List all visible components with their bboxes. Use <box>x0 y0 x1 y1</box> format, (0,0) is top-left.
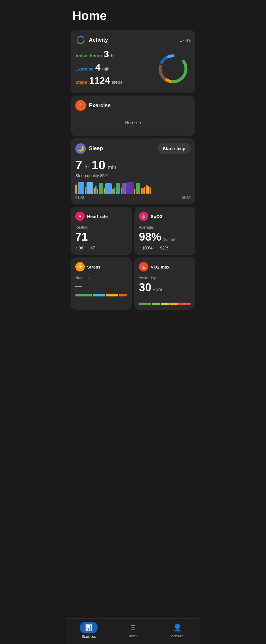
active-hours-unit: hr <box>111 53 115 58</box>
exercise-no-data: No data <box>75 114 191 131</box>
spo2-max: ↑ 100% <box>139 246 153 250</box>
exercise-value: 4 <box>95 62 101 73</box>
sleep-header: 🌙 Sleep Start sleep <box>75 143 191 154</box>
spo2-max-value: 100% <box>142 246 153 250</box>
spo2-value: 98% <box>139 231 161 243</box>
stress-bar <box>75 294 127 296</box>
stress-vo2-row: ⟳ Stress No data — 🔥 VO2 max Yesterday <box>71 257 195 310</box>
spo2-header: 💧 SpO2 <box>139 212 191 221</box>
spo2-down-arrow-icon: ↓ <box>157 246 159 250</box>
stress-title: Stress <box>87 264 101 269</box>
stress-card[interactable]: ⟳ Stress No data — <box>71 257 132 310</box>
sleep-hours: 7 <box>75 158 82 172</box>
steps-label: Steps <box>75 80 87 85</box>
up-arrow-icon: ↑ <box>75 246 77 250</box>
sleep-times: 01:28 08:39 <box>75 196 191 200</box>
down-arrow-icon: ↓ <box>87 246 89 250</box>
sleep-card[interactable]: 🌙 Sleep Start sleep 7 hr 10 min Sleep qu… <box>71 138 195 204</box>
vo2-value-row: 30 Poor <box>139 281 191 294</box>
sleep-hr-unit: hr <box>84 165 89 171</box>
active-hours-row: Active hours 3 hr <box>75 49 155 60</box>
page-title: Home <box>66 0 200 28</box>
sleep-end-time: 08:39 <box>182 196 191 200</box>
page: Home Activity 17:49 Active hours <box>66 0 200 338</box>
exercise-unit: min <box>102 66 109 71</box>
spo2-min: ↓ 92% <box>157 246 168 250</box>
heart-rate-title: Heart rate <box>87 214 108 219</box>
vo2-value: 30 <box>139 281 151 294</box>
spo2-badge: Normal <box>162 237 175 242</box>
sleep-title: Sleep <box>89 145 103 152</box>
exercise-row: Exercise 4 min <box>75 62 155 73</box>
vo2-sub: Yesterday <box>139 276 191 280</box>
sleep-minutes: 10 <box>92 158 105 172</box>
activity-header-left: Activity <box>75 35 108 45</box>
stress-icon: ⟳ <box>75 262 85 271</box>
exercise-icon: 🏃 <box>75 100 86 111</box>
sleep-min-unit: min <box>108 165 116 171</box>
steps-value: 1124 <box>89 75 110 86</box>
sleep-icon: 🌙 <box>75 143 86 154</box>
stress-header: ⟳ Stress <box>75 262 127 271</box>
spo2-title: SpO2 <box>151 214 162 219</box>
sleep-quality: Sleep quality 85% <box>75 173 191 178</box>
active-hours-label: Active hours <box>75 53 102 58</box>
heart-rate-min: ↓ 47 <box>87 246 95 250</box>
exercise-label: Exercise <box>75 66 94 71</box>
active-hours-value: 3 <box>104 49 109 60</box>
stress-dash: — <box>75 282 127 290</box>
activity-card[interactable]: Activity 17:49 Active hours 3 hr Exercis… <box>71 30 195 93</box>
vo2-badge: Poor <box>152 287 162 292</box>
activity-time: 17:49 <box>179 38 191 43</box>
activity-metrics: Active hours 3 hr Exercise 4 min Steps 1… <box>75 49 155 88</box>
activity-content: Active hours 3 hr Exercise 4 min Steps 1… <box>75 49 191 88</box>
activity-donut <box>155 51 191 86</box>
vo2-card[interactable]: 🔥 VO2 max Yesterday 30 Poor <box>134 257 195 310</box>
activity-icon <box>75 35 86 45</box>
vo2-bar <box>139 303 191 305</box>
heart-rate-sub: Resting <box>75 225 127 229</box>
exercise-header-left: 🏃 Exercise <box>75 100 111 111</box>
vo2-header: 🔥 VO2 max <box>139 262 191 271</box>
exercise-card-title: Exercise <box>89 103 111 109</box>
sleep-bars <box>75 182 191 194</box>
spo2-up-arrow-icon: ↑ <box>139 246 141 250</box>
activity-title: Activity <box>89 37 108 43</box>
heart-rate-minmax: ↑ 96 ↓ 47 <box>75 246 127 250</box>
heart-rate-value: 71 <box>75 231 127 243</box>
spo2-minmax: ↑ 100% ↓ 92% <box>139 246 191 250</box>
heart-rate-min-value: 47 <box>91 246 95 250</box>
exercise-card-header: 🏃 Exercise <box>75 100 191 111</box>
sleep-start-time: 01:28 <box>75 196 84 200</box>
heart-rate-icon: ♥ <box>75 212 85 221</box>
spo2-card[interactable]: 💧 SpO2 Average 98% Normal ↑ 100% ↓ 92% <box>134 207 195 255</box>
heart-rate-max: ↑ 96 <box>75 246 83 250</box>
vo2-title: VO2 max <box>151 264 169 269</box>
start-sleep-button[interactable]: Start sleep <box>157 143 191 154</box>
activity-header: Activity 17:49 <box>75 35 191 45</box>
spo2-icon: 💧 <box>139 212 148 221</box>
sleep-time-row: 7 hr 10 min <box>75 158 191 172</box>
exercise-card[interactable]: 🏃 Exercise No data <box>71 95 195 136</box>
vo2-icon: 🔥 <box>139 262 148 271</box>
heart-rate-header: ♥ Heart rate <box>75 212 127 221</box>
spo2-sub: Average <box>139 225 191 229</box>
spo2-min-value: 92% <box>160 246 168 250</box>
sleep-header-left: 🌙 Sleep <box>75 143 103 154</box>
stress-no-data: No data <box>75 276 127 280</box>
heart-rate-card[interactable]: ♥ Heart rate Resting 71 ↑ 96 ↓ 47 <box>71 207 132 255</box>
spo2-value-row: 98% Normal <box>139 231 191 243</box>
steps-row: Steps 1124 steps <box>75 75 155 86</box>
steps-unit: steps <box>112 80 122 85</box>
heart-rate-max-value: 96 <box>79 246 83 250</box>
heart-spo2-row: ♥ Heart rate Resting 71 ↑ 96 ↓ 47 <box>71 207 195 255</box>
